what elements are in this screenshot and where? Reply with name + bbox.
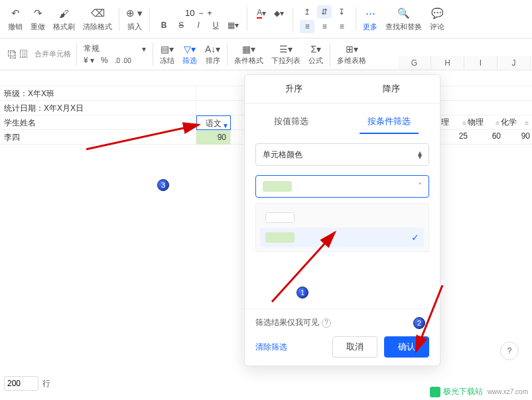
by-value-tab[interactable]: 按值筛选 [266,110,316,134]
freeze-icon: ▤▾ [161,42,174,56]
font-group: 10 − + B S I U ▦▾ [153,8,244,30]
merge-cells-button[interactable]: ⿻⿲ [4,40,32,69]
separator [149,7,150,31]
font-size-inc-icon[interactable]: + [207,9,212,18]
col-h[interactable]: H [431,56,464,70]
fill-color-button[interactable]: ◆▾ [271,7,286,20]
li-value[interactable]: 25 [441,131,468,141]
font-color-button[interactable]: A▾ [254,7,269,20]
wuli-header[interactable]: 物理≡ [468,117,501,128]
brush-icon: 🖌 [59,6,69,21]
filter-caret-icon[interactable]: ≡ [525,119,529,127]
asc-tab[interactable]: 升序 [245,75,342,103]
col-i[interactable]: I [464,56,498,70]
currency-button[interactable]: ¥ ▾ [84,56,94,65]
col-g[interactable]: G [398,56,431,70]
font-size-value[interactable]: 10 [185,8,194,18]
clear-format-label: 清除格式 [83,22,112,32]
lang-cell[interactable]: 90 [196,130,231,145]
name-cell[interactable]: 李四 [0,130,196,145]
plus-circle-icon: ⊕ ▾ [126,6,143,21]
wuli-value[interactable]: 60 [468,131,501,141]
find-replace-button[interactable]: 🔍查找和替换 [381,3,426,36]
border-button[interactable]: ▦▾ [226,21,240,30]
undo-button[interactable]: ↶撤销 [4,3,27,36]
more-button[interactable]: ⋯更多 [359,3,381,36]
extra-headers: 理≡ 物理≡ 化学≡ [441,117,530,128]
comment-button[interactable]: 💬评论 [426,3,448,36]
confirm-button[interactable]: 确认 [384,336,429,358]
merge-label: 合并单元格 [32,49,74,59]
filter-button[interactable]: ▽▾筛选 [178,40,201,69]
percent-button[interactable]: % [101,56,108,65]
desc-tab[interactable]: 降序 [342,75,440,103]
cond-format-button[interactable]: ▦▾条件格式 [230,40,267,69]
color-option-none[interactable] [260,208,425,228]
column-headers-right: G H I J [398,56,531,70]
italic-button[interactable]: I [191,21,206,30]
name-header[interactable]: 学生姓名≡ [0,115,196,130]
dropdown-icon: ☰▾ [279,42,293,56]
dropdown-list-button[interactable]: ☰▾下拉列表 [267,40,304,69]
only-me-row: 筛选结果仅我可见 ? [255,317,429,328]
filter-caret-icon[interactable]: ≡ [462,119,466,127]
row-count-input[interactable] [4,376,38,391]
freeze-button[interactable]: ▤▾冻结 [156,40,178,69]
halign-center-icon[interactable]: ≡ [317,20,332,33]
filter-caret-icon[interactable]: ≡ [496,119,499,127]
class-cell[interactable]: 班级：X年X班 [0,86,196,101]
formula-button[interactable]: Σ▾公式 [304,40,327,69]
more-icon: ⋯ [366,6,375,21]
valign-mid-icon[interactable]: ⇵ [317,5,332,19]
lang-header[interactable]: 语文▼ [196,115,231,130]
format-painter-button[interactable]: 🖌格式刷 [49,3,79,36]
font-size-dec-icon[interactable]: − [198,9,203,18]
sort-tabs: 升序 降序 [245,75,440,103]
date-cell[interactable]: 统计日期：X年X月X日 [0,101,196,115]
bold-button[interactable]: B [157,21,171,30]
insert-button[interactable]: ⊕ ▾插入 [122,3,147,36]
badge-2: 2 [413,317,425,329]
clear-format-button[interactable]: ⌫清除格式 [79,3,116,36]
multi-table-label: 多维表格 [337,56,366,66]
multi-table-button[interactable]: ⊞▾多维表格 [333,40,370,69]
condition-type-select[interactable]: 单元格颜色 ▴▾ [255,143,429,166]
halign-left-icon[interactable]: ≡ [300,20,314,33]
color-option-green[interactable]: ✓ [260,228,425,247]
rows-label: 行 [42,378,50,389]
sort-button[interactable]: A↓▾排序 [201,40,224,69]
name-header-text: 学生姓名 [4,118,36,127]
eraser-icon: ⌫ [91,6,105,21]
underline-button[interactable]: U [208,21,223,30]
hua-value[interactable]: 90 [501,131,530,141]
main-toolbar: ↶撤销 ↷重做 🖌格式刷 ⌫清除格式 ⊕ ▾插入 10 − + B S I U … [0,0,532,38]
li-header[interactable]: 理≡ [441,117,468,128]
redo-button[interactable]: ↷重做 [27,3,49,36]
separator [247,7,247,31]
valign-bot-icon[interactable]: ↧ [334,5,349,19]
format-value: 常规 [84,43,100,54]
hua-header[interactable]: 化学≡ [501,117,530,128]
more-label: 更多 [363,22,377,32]
color-chip-green [265,232,295,243]
col-j[interactable]: J [498,56,531,70]
format-select[interactable]: 常规▾ [84,43,146,54]
halign-right-icon[interactable]: ≡ [334,20,349,33]
strike-button[interactable]: S [174,21,188,30]
by-condition-tab[interactable]: 按条件筛选 [360,110,419,134]
color-value-select[interactable]: ˄ [255,175,429,198]
undo-icon: ↶ [11,6,20,21]
hua-text: 化学 [501,117,517,127]
filter-caret-icon[interactable]: ≡ [190,118,194,133]
help-icon[interactable]: ? [322,318,331,328]
cond-format-label: 条件格式 [234,56,263,66]
cancel-button[interactable]: 取消 [332,336,377,358]
help-button[interactable]: ? [500,342,519,360]
decimal-buttons[interactable]: .0 .00 [115,57,131,64]
comment-label: 评论 [430,22,444,32]
panel-footer: 筛选结果仅我可见 ? 清除筛选 取消 确认 [245,308,440,366]
sigma-icon: Σ▾ [311,42,322,56]
format-painter-label: 格式刷 [53,22,75,32]
valign-top-icon[interactable]: ↥ [300,5,314,19]
clear-filter-link[interactable]: 清除筛选 [255,342,287,353]
